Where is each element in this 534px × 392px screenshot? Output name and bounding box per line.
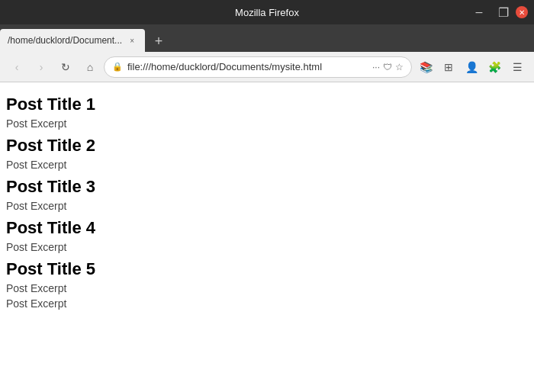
active-tab[interactable]: /home/ducklord/Document... × — [0, 29, 145, 52]
post-block: Post Title 3Post Excerpt — [6, 177, 528, 212]
post-title: Post Title 1 — [6, 95, 528, 114]
nav-right: 📚 ⊞ 👤 🧩 ☰ — [415, 56, 528, 78]
restore-icon: ❐ — [498, 5, 509, 20]
account-icon: 👤 — [465, 61, 478, 73]
forward-button[interactable]: › — [31, 56, 52, 78]
more-icon[interactable]: ··· — [372, 62, 380, 72]
post-block: Post Title 4Post Excerpt — [6, 218, 528, 253]
forward-icon: › — [40, 61, 43, 73]
restore-button[interactable]: ❐ — [491, 0, 516, 24]
address-text: file:///home/ducklord/Documents/mysite.h… — [127, 61, 368, 72]
close-icon: ✕ — [519, 8, 525, 17]
titlebar: Mozilla Firefox – ❐ ✕ — [0, 0, 534, 24]
extensions-icon: 🧩 — [488, 61, 501, 73]
post-title: Post Title 2 — [6, 136, 528, 156]
account-button[interactable]: 👤 — [461, 56, 482, 78]
tabbar: /home/ducklord/Document... × + — [0, 24, 534, 52]
new-tab-button[interactable]: + — [148, 31, 169, 52]
post-excerpt: Post Excerpt — [6, 297, 528, 310]
post-block: Post Title 2Post Excerpt — [6, 136, 528, 171]
back-button[interactable]: ‹ — [6, 56, 27, 78]
home-button[interactable]: ⌂ — [79, 56, 101, 78]
reload-icon: ↻ — [61, 61, 70, 73]
bookmark-star-icon[interactable]: ☆ — [395, 62, 404, 72]
post-excerpt: Post Excerpt — [6, 117, 528, 130]
home-icon: ⌂ — [87, 61, 93, 73]
lock-icon: 🔒 — [112, 62, 123, 72]
synced-tabs-icon: ⊞ — [444, 61, 453, 73]
new-tab-icon: + — [155, 34, 163, 50]
post-title: Post Title 3 — [6, 177, 528, 197]
content-area: Post Title 1Post ExcerptPost Title 2Post… — [0, 82, 534, 392]
tab-close-button[interactable]: × — [127, 35, 137, 46]
bookmarks-icon: 📚 — [420, 61, 433, 73]
bookmarks-button[interactable]: 📚 — [415, 56, 436, 78]
menu-icon: ☰ — [513, 61, 523, 73]
post-title: Post Title 5 — [6, 259, 528, 279]
post-excerpt: Post Excerpt — [6, 241, 528, 253]
post-block: Post Title 5Post Excerpt — [6, 259, 528, 294]
reload-button[interactable]: ↻ — [55, 56, 76, 78]
tab-label: /home/ducklord/Document... — [8, 35, 122, 46]
menu-button[interactable]: ☰ — [507, 56, 528, 78]
close-button[interactable]: ✕ — [516, 6, 528, 18]
minimize-button[interactable]: – — [467, 0, 491, 24]
post-excerpt: Post Excerpt — [6, 159, 528, 171]
minimize-icon: – — [476, 5, 483, 19]
post-excerpt: Post Excerpt — [6, 200, 528, 212]
window-controls: – ❐ ✕ — [467, 0, 534, 24]
back-icon: ‹ — [15, 61, 19, 73]
address-bar[interactable]: 🔒 file:///home/ducklord/Documents/mysite… — [104, 56, 412, 78]
tab-close-icon: × — [130, 37, 134, 45]
address-icons: ··· 🛡 ☆ — [372, 62, 404, 72]
post-block: Post Excerpt — [6, 297, 528, 310]
synced-tabs-button[interactable]: ⊞ — [438, 56, 459, 78]
post-excerpt: Post Excerpt — [6, 282, 528, 294]
navbar: ‹ › ↻ ⌂ 🔒 file:///home/ducklord/Document… — [0, 52, 534, 82]
window-title: Mozilla Firefox — [235, 7, 299, 18]
post-block: Post Title 1Post Excerpt — [6, 95, 528, 130]
shield-icon: 🛡 — [383, 62, 392, 72]
extensions-button[interactable]: 🧩 — [484, 56, 505, 78]
post-title: Post Title 4 — [6, 218, 528, 238]
